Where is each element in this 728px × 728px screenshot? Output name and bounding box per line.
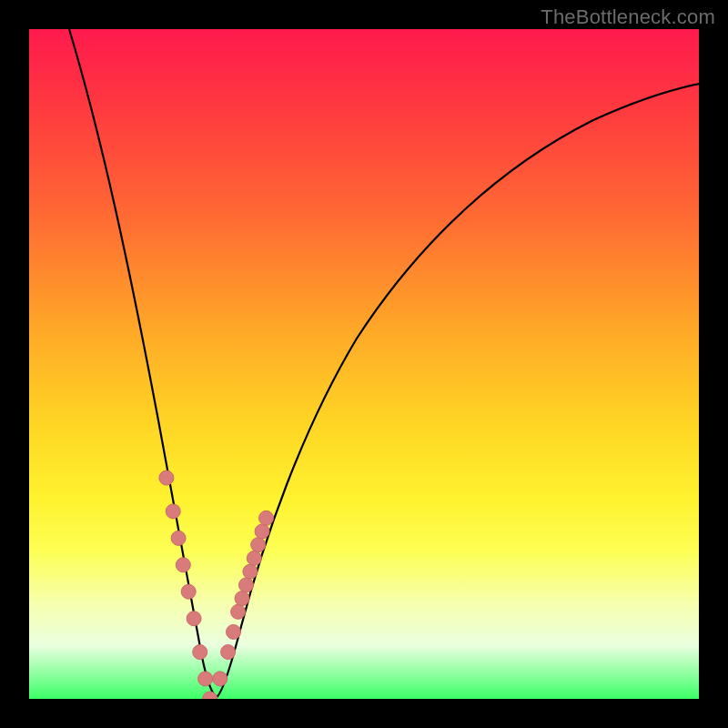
highlight-dot (203, 692, 217, 699)
highlight-dot (259, 511, 274, 525)
highlight-dot (235, 592, 249, 606)
highlight-dot (247, 551, 261, 565)
highlight-dot (231, 604, 246, 619)
highlight-dot (159, 470, 174, 485)
outer-frame: TheBottleneck.com (0, 0, 728, 728)
highlight-dot (221, 645, 236, 660)
highlight-dot (227, 624, 241, 639)
highlight-dot (181, 584, 196, 599)
highlight-dot (193, 645, 207, 660)
highlight-dot (255, 524, 269, 539)
highlight-dot (171, 531, 186, 545)
bottleneck-curve-svg (29, 29, 699, 699)
highlight-dot (198, 672, 213, 686)
highlight-dot (166, 504, 180, 519)
bottleneck-curve (69, 29, 699, 697)
highlight-dot (251, 538, 266, 552)
highlight-dot (239, 578, 254, 592)
watermark-text: TheBottleneck.com (541, 5, 715, 29)
highlight-dot (187, 612, 201, 626)
highlight-dot (213, 672, 228, 686)
highlight-dot (243, 564, 258, 579)
plot-area (29, 29, 699, 699)
highlight-dot (176, 558, 190, 572)
highlight-dots (159, 470, 274, 699)
